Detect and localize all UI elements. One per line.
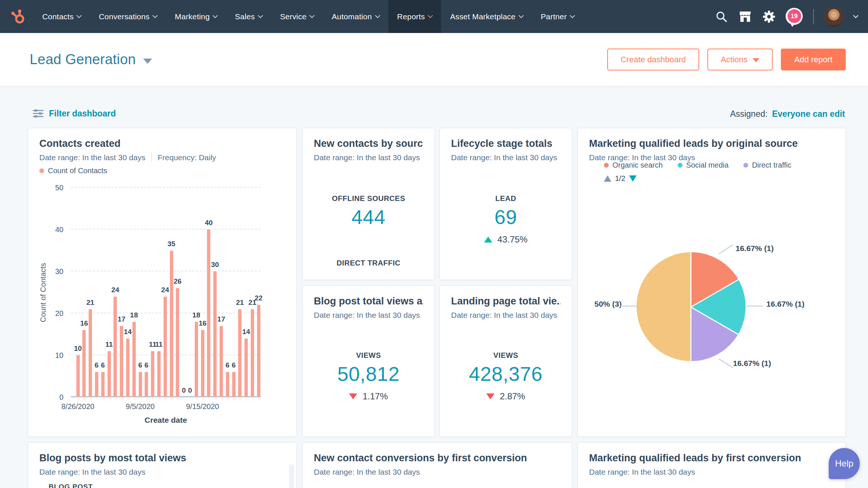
account-chevron-down-icon[interactable]	[853, 13, 858, 18]
pie-slice-label: 16.67% (1)	[736, 244, 774, 253]
nav-item-asset-marketplace[interactable]: Asset Marketplace	[441, 0, 532, 33]
bar[interactable]	[207, 230, 210, 397]
card-mql-by-original-source: Marketing qualified leads by original so…	[578, 128, 846, 437]
bar[interactable]	[114, 297, 117, 397]
card-date-range: Date range: In the last 30 days	[589, 468, 695, 477]
card-date-range: Date range: In the last 30 days	[451, 311, 557, 320]
y-axis-tick-label: 20	[55, 309, 63, 318]
search-icon[interactable]	[715, 10, 728, 23]
x-axis-title: Create date	[71, 416, 261, 425]
bar[interactable]	[132, 322, 136, 397]
dashboard-switcher-caret-icon[interactable]	[143, 59, 152, 64]
card-scrollbar[interactable]	[289, 464, 294, 488]
card-new-contact-conversions: New contact conversions by first convers…	[302, 442, 572, 488]
bar[interactable]	[126, 339, 129, 397]
card-date-range: Date range: In the last 30 days	[39, 468, 145, 477]
nav-item-partner[interactable]: Partner	[532, 0, 583, 33]
bar[interactable]	[82, 330, 86, 397]
card-contacts-created: Contacts created Date range: In the last…	[28, 128, 297, 437]
bar[interactable]	[145, 372, 148, 397]
nav-item-reports[interactable]: Reports	[388, 0, 441, 33]
settings-gear-icon[interactable]	[763, 10, 775, 23]
card-blog-posts-by-most-total-views: Blog posts by most total views Date rang…	[28, 442, 297, 488]
card-mql-by-first-conversion: Marketing qualified leads by first conve…	[578, 442, 846, 488]
bar[interactable]	[157, 351, 161, 397]
marketplace-icon[interactable]	[738, 10, 752, 23]
y-axis-tick-label: 10	[55, 351, 63, 360]
bar[interactable]	[95, 372, 98, 397]
pie-slice-label: 16.67% (1)	[766, 300, 805, 309]
bar[interactable]	[251, 309, 254, 397]
table-column-header: BLOG POST	[49, 483, 93, 488]
nav-item-conversations[interactable]: Conversations	[90, 0, 166, 33]
bar-value-label: 26	[170, 277, 186, 286]
create-dashboard-button[interactable]: Create dashboard	[607, 49, 699, 70]
chevron-down-icon	[309, 13, 315, 18]
page-title: Lead Generation	[30, 52, 136, 67]
bar[interactable]	[139, 372, 142, 397]
bar-value-label: 30	[207, 261, 223, 269]
pie-slice-divider	[690, 252, 691, 307]
pie-slice-label: 50% (3)	[585, 300, 622, 309]
card-title: Blog post total views a...	[314, 296, 423, 307]
filter-dashboard-link[interactable]: Filter dashboard	[33, 108, 116, 119]
bar[interactable]	[76, 355, 80, 397]
actions-caret-icon	[753, 58, 759, 62]
bar[interactable]	[238, 309, 241, 397]
bar[interactable]	[108, 351, 111, 397]
legend-label: Count of Contacts	[48, 166, 107, 175]
contacts-legend-dot	[39, 168, 44, 173]
chevron-down-icon	[519, 13, 524, 18]
bar[interactable]	[89, 309, 92, 397]
pie-slice-divider	[690, 307, 691, 362]
kpi-label: OFFLINE SOURCES	[303, 194, 434, 203]
y-axis-tick-label: 0	[59, 393, 63, 402]
help-button[interactable]: Help	[829, 448, 860, 479]
nav-item-marketing[interactable]: Marketing	[166, 0, 226, 33]
bar-value-label: 17	[213, 315, 229, 323]
assigned-value-link[interactable]: Everyone can edit	[772, 109, 845, 119]
gridline	[71, 271, 261, 271]
bar-value-label: 21	[82, 299, 99, 307]
notification-balloon-tail	[790, 24, 795, 27]
card-frequency: Frequency: Daily	[158, 153, 216, 162]
bar[interactable]	[201, 330, 204, 397]
kpi-delta: 1.17%	[303, 391, 434, 402]
bar[interactable]	[120, 326, 123, 397]
add-report-button[interactable]: Add report	[781, 49, 846, 70]
bar[interactable]	[213, 271, 217, 397]
bar[interactable]	[226, 372, 229, 397]
card-blog-post-total-views: Blog post total views a... Date range: I…	[302, 286, 435, 437]
hubspot-logo-icon[interactable]	[10, 8, 27, 26]
nav-item-automation[interactable]: Automation	[323, 0, 388, 33]
bar[interactable]	[257, 305, 260, 397]
card-date-range: Date range: In the last 30 days	[314, 311, 420, 320]
pie-leader-line	[621, 306, 637, 307]
actions-button[interactable]: Actions	[707, 49, 773, 70]
y-axis-tick-label: 30	[55, 267, 63, 276]
pie-slice-label: 16.67% (1)	[733, 359, 771, 368]
bar[interactable]	[244, 339, 248, 397]
assigned-row: Assigned: Everyone can edit	[730, 109, 845, 119]
chevron-down-icon	[258, 13, 263, 18]
chart-legend: Count of Contacts	[28, 162, 296, 175]
nav-item-service[interactable]: Service	[271, 0, 323, 33]
notifications-icon[interactable]: 19	[786, 8, 803, 26]
top-nav: ContactsConversationsMarketingSalesServi…	[0, 0, 868, 33]
bar[interactable]	[101, 372, 105, 397]
kpi-label: LEAD	[440, 194, 572, 203]
card-title: New contacts by source	[314, 138, 423, 149]
bar[interactable]	[151, 351, 154, 397]
kpi-delta: 2.87%	[440, 391, 572, 402]
notification-balloon: 19	[786, 8, 803, 25]
bar[interactable]	[164, 297, 167, 397]
bar[interactable]	[176, 288, 179, 397]
nav-item-contacts[interactable]: Contacts	[33, 0, 90, 33]
bar[interactable]	[195, 322, 198, 397]
card-lifecycle-stage-totals: Lifecycle stage totals Date range: In th…	[440, 128, 572, 280]
y-axis-title: Count of Contacts	[39, 263, 47, 322]
bar[interactable]	[232, 372, 236, 397]
bar[interactable]	[170, 251, 173, 398]
nav-item-sales[interactable]: Sales	[226, 0, 271, 33]
user-avatar[interactable]	[824, 7, 844, 26]
